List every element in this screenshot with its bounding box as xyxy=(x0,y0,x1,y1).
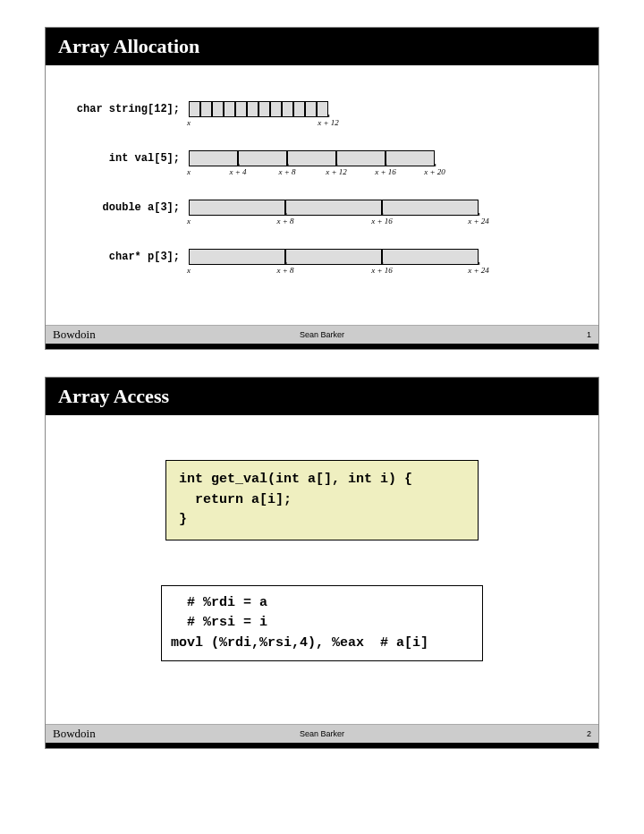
footer-page-number: 2 xyxy=(411,729,591,738)
array-cell xyxy=(287,150,336,166)
offset-marker: x + 16 xyxy=(371,217,393,226)
footer-center: Sean Barker xyxy=(233,330,412,339)
array-diagram: xx + 8x + 16x + 24 xyxy=(189,200,580,229)
offset-marker: x + 4 xyxy=(229,167,246,176)
array-cell xyxy=(189,101,200,117)
offset-marker: x + 16 xyxy=(371,266,393,275)
array-cell xyxy=(293,101,305,117)
slide2-footer: Bowdoin Sean Barker 2 xyxy=(46,724,598,743)
array-decl-label: char string[12]; xyxy=(64,101,189,115)
array-cell xyxy=(189,150,238,166)
array-cell xyxy=(282,101,293,117)
array-markers: xx + 12 xyxy=(189,118,580,131)
offset-marker: x + 12 xyxy=(318,118,339,127)
slide1-footer: Bowdoin Sean Barker 1 xyxy=(46,325,598,344)
array-cell xyxy=(212,101,224,117)
code-line: } xyxy=(179,510,465,531)
array-diagram: xx + 12 xyxy=(189,101,580,131)
array-row: int val[5];xx + 4x + 8x + 12x + 16x + 20 xyxy=(64,150,580,180)
array-cell xyxy=(317,101,328,117)
array-cell xyxy=(285,249,382,265)
array-cell xyxy=(247,101,258,117)
array-cell xyxy=(382,200,479,216)
footer-left: Bowdoin xyxy=(53,727,233,741)
array-decl-label: char* p[3]; xyxy=(64,249,189,263)
array-diagram: xx + 8x + 16x + 24 xyxy=(189,249,580,278)
asm-code-box: # %rdi = a # %rsi = i movl (%rdi,%rsi,4)… xyxy=(161,585,483,662)
array-cell xyxy=(336,150,386,166)
slide2-body: int get_val(int a[], int i) { return a[i… xyxy=(46,415,598,724)
slide1-body: char string[12];xx + 12int val[5];xx + 4… xyxy=(46,65,598,325)
slide2-title: Array Access xyxy=(46,378,598,415)
array-cell xyxy=(235,101,247,117)
offset-marker: x + 20 xyxy=(424,167,445,176)
array-row: char string[12];xx + 12 xyxy=(64,101,580,131)
code-line: int get_val(int a[], int i) { xyxy=(179,470,465,490)
offset-marker: x xyxy=(187,167,191,176)
array-cell xyxy=(189,249,285,265)
slide-strip xyxy=(46,344,598,349)
slide-array-allocation: Array Allocation char string[12];xx + 12… xyxy=(45,27,599,350)
array-cell xyxy=(386,150,435,166)
footer-left: Bowdoin xyxy=(53,328,233,342)
code-line: # %rdi = a xyxy=(171,593,473,614)
array-cell xyxy=(238,150,287,166)
code-line: return a[i]; xyxy=(179,490,465,511)
array-markers: xx + 4x + 8x + 12x + 16x + 20 xyxy=(189,167,580,180)
slide-array-access: Array Access int get_val(int a[], int i)… xyxy=(45,377,599,749)
offset-marker: x + 24 xyxy=(468,217,489,226)
array-decl-label: double a[3]; xyxy=(64,200,189,214)
array-boxes xyxy=(189,101,580,117)
array-boxes xyxy=(189,200,580,216)
array-cell xyxy=(189,200,285,216)
array-cell xyxy=(285,200,382,216)
code-line: # %rsi = i xyxy=(171,613,473,634)
offset-marker: x xyxy=(187,217,191,226)
offset-marker: x + 12 xyxy=(326,167,347,176)
array-diagram: xx + 4x + 8x + 12x + 16x + 20 xyxy=(189,150,580,180)
array-cell xyxy=(270,101,282,117)
c-code-box: int get_val(int a[], int i) { return a[i… xyxy=(165,460,479,540)
offset-marker: x + 16 xyxy=(375,167,396,176)
array-cell xyxy=(305,101,317,117)
array-row: double a[3];xx + 8x + 16x + 24 xyxy=(64,200,580,229)
offset-marker: x + 8 xyxy=(276,217,293,226)
array-row: char* p[3];xx + 8x + 16x + 24 xyxy=(64,249,580,278)
offset-marker: x xyxy=(187,266,191,275)
slide-strip xyxy=(46,743,598,748)
array-cell xyxy=(382,249,479,265)
offset-marker: x + 24 xyxy=(468,266,489,275)
array-boxes xyxy=(189,249,580,265)
footer-page-number: 1 xyxy=(411,330,591,339)
array-cell xyxy=(200,101,212,117)
slide1-title: Array Allocation xyxy=(46,28,598,65)
array-cell xyxy=(258,101,270,117)
offset-marker: x + 8 xyxy=(278,167,295,176)
array-markers: xx + 8x + 16x + 24 xyxy=(189,217,580,229)
array-decl-label: int val[5]; xyxy=(64,150,189,165)
offset-marker: x xyxy=(187,118,191,127)
array-markers: xx + 8x + 16x + 24 xyxy=(189,266,580,278)
footer-center: Sean Barker xyxy=(233,729,412,738)
code-line: movl (%rdi,%rsi,4), %eax # a[i] xyxy=(171,634,473,654)
offset-marker: x + 8 xyxy=(276,266,293,275)
array-cell xyxy=(224,101,235,117)
